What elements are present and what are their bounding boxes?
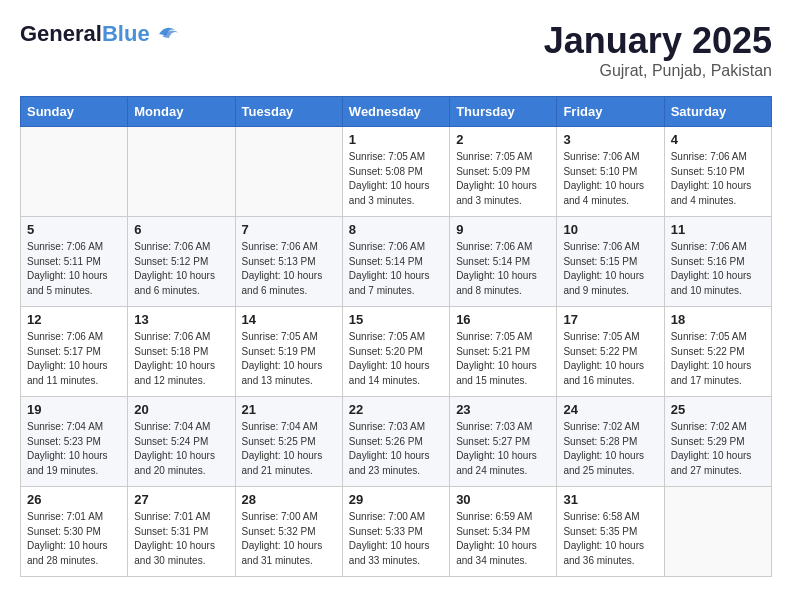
calendar-cell: 22Sunrise: 7:03 AMSunset: 5:26 PMDayligh… [342,397,449,487]
calendar-cell: 21Sunrise: 7:04 AMSunset: 5:25 PMDayligh… [235,397,342,487]
day-info: Sunrise: 7:06 AMSunset: 5:16 PMDaylight:… [671,240,765,298]
day-number: 24 [563,402,657,417]
day-info: Sunrise: 7:04 AMSunset: 5:24 PMDaylight:… [134,420,228,478]
day-info: Sunrise: 7:05 AMSunset: 5:22 PMDaylight:… [671,330,765,388]
calendar-week-2: 5Sunrise: 7:06 AMSunset: 5:11 PMDaylight… [21,217,772,307]
calendar-cell: 23Sunrise: 7:03 AMSunset: 5:27 PMDayligh… [450,397,557,487]
calendar-body: 1Sunrise: 7:05 AMSunset: 5:08 PMDaylight… [21,127,772,577]
calendar-cell: 11Sunrise: 7:06 AMSunset: 5:16 PMDayligh… [664,217,771,307]
day-number: 29 [349,492,443,507]
day-number: 28 [242,492,336,507]
day-info: Sunrise: 7:05 AMSunset: 5:08 PMDaylight:… [349,150,443,208]
calendar-cell: 4Sunrise: 7:06 AMSunset: 5:10 PMDaylight… [664,127,771,217]
day-number: 26 [27,492,121,507]
day-info: Sunrise: 7:05 AMSunset: 5:20 PMDaylight:… [349,330,443,388]
calendar-cell: 10Sunrise: 7:06 AMSunset: 5:15 PMDayligh… [557,217,664,307]
calendar-cell: 8Sunrise: 7:06 AMSunset: 5:14 PMDaylight… [342,217,449,307]
day-number: 15 [349,312,443,327]
calendar-cell: 3Sunrise: 7:06 AMSunset: 5:10 PMDaylight… [557,127,664,217]
calendar-cell: 17Sunrise: 7:05 AMSunset: 5:22 PMDayligh… [557,307,664,397]
logo: GeneralBlue [20,20,180,48]
day-number: 16 [456,312,550,327]
day-info: Sunrise: 7:01 AMSunset: 5:31 PMDaylight:… [134,510,228,568]
day-number: 19 [27,402,121,417]
day-info: Sunrise: 6:59 AMSunset: 5:34 PMDaylight:… [456,510,550,568]
header-monday: Monday [128,97,235,127]
day-number: 18 [671,312,765,327]
day-number: 10 [563,222,657,237]
day-info: Sunrise: 7:05 AMSunset: 5:19 PMDaylight:… [242,330,336,388]
day-number: 14 [242,312,336,327]
calendar-cell: 30Sunrise: 6:59 AMSunset: 5:34 PMDayligh… [450,487,557,577]
calendar-cell: 27Sunrise: 7:01 AMSunset: 5:31 PMDayligh… [128,487,235,577]
day-number: 9 [456,222,550,237]
calendar-week-3: 12Sunrise: 7:06 AMSunset: 5:17 PMDayligh… [21,307,772,397]
calendar-cell [128,127,235,217]
header-row: Sunday Monday Tuesday Wednesday Thursday… [21,97,772,127]
day-info: Sunrise: 7:00 AMSunset: 5:33 PMDaylight:… [349,510,443,568]
day-number: 4 [671,132,765,147]
page-header: GeneralBlue January 2025 Gujrat, Punjab,… [20,20,772,80]
day-info: Sunrise: 7:06 AMSunset: 5:14 PMDaylight:… [456,240,550,298]
day-number: 21 [242,402,336,417]
day-number: 6 [134,222,228,237]
day-number: 2 [456,132,550,147]
day-info: Sunrise: 7:05 AMSunset: 5:21 PMDaylight:… [456,330,550,388]
calendar-cell: 13Sunrise: 7:06 AMSunset: 5:18 PMDayligh… [128,307,235,397]
day-info: Sunrise: 7:06 AMSunset: 5:13 PMDaylight:… [242,240,336,298]
calendar-week-4: 19Sunrise: 7:04 AMSunset: 5:23 PMDayligh… [21,397,772,487]
calendar-table: Sunday Monday Tuesday Wednesday Thursday… [20,96,772,577]
day-info: Sunrise: 7:05 AMSunset: 5:22 PMDaylight:… [563,330,657,388]
calendar-cell: 18Sunrise: 7:05 AMSunset: 5:22 PMDayligh… [664,307,771,397]
day-info: Sunrise: 7:06 AMSunset: 5:11 PMDaylight:… [27,240,121,298]
day-info: Sunrise: 7:06 AMSunset: 5:10 PMDaylight:… [563,150,657,208]
logo-icon [152,20,180,48]
day-info: Sunrise: 7:02 AMSunset: 5:28 PMDaylight:… [563,420,657,478]
calendar-cell: 1Sunrise: 7:05 AMSunset: 5:08 PMDaylight… [342,127,449,217]
day-info: Sunrise: 7:01 AMSunset: 5:30 PMDaylight:… [27,510,121,568]
calendar-cell: 12Sunrise: 7:06 AMSunset: 5:17 PMDayligh… [21,307,128,397]
calendar-cell: 20Sunrise: 7:04 AMSunset: 5:24 PMDayligh… [128,397,235,487]
calendar-cell: 5Sunrise: 7:06 AMSunset: 5:11 PMDaylight… [21,217,128,307]
header-thursday: Thursday [450,97,557,127]
day-info: Sunrise: 7:00 AMSunset: 5:32 PMDaylight:… [242,510,336,568]
day-number: 1 [349,132,443,147]
header-tuesday: Tuesday [235,97,342,127]
day-number: 11 [671,222,765,237]
header-friday: Friday [557,97,664,127]
calendar-cell: 25Sunrise: 7:02 AMSunset: 5:29 PMDayligh… [664,397,771,487]
day-number: 27 [134,492,228,507]
calendar-subtitle: Gujrat, Punjab, Pakistan [544,62,772,80]
day-number: 17 [563,312,657,327]
title-block: January 2025 Gujrat, Punjab, Pakistan [544,20,772,80]
day-number: 30 [456,492,550,507]
day-number: 20 [134,402,228,417]
calendar-title: January 2025 [544,20,772,62]
day-info: Sunrise: 7:06 AMSunset: 5:15 PMDaylight:… [563,240,657,298]
calendar-cell: 31Sunrise: 6:58 AMSunset: 5:35 PMDayligh… [557,487,664,577]
calendar-week-5: 26Sunrise: 7:01 AMSunset: 5:30 PMDayligh… [21,487,772,577]
day-info: Sunrise: 7:03 AMSunset: 5:26 PMDaylight:… [349,420,443,478]
calendar-cell: 26Sunrise: 7:01 AMSunset: 5:30 PMDayligh… [21,487,128,577]
day-info: Sunrise: 7:06 AMSunset: 5:12 PMDaylight:… [134,240,228,298]
logo-text: GeneralBlue [20,22,150,46]
calendar-cell: 15Sunrise: 7:05 AMSunset: 5:20 PMDayligh… [342,307,449,397]
day-number: 22 [349,402,443,417]
day-info: Sunrise: 7:06 AMSunset: 5:10 PMDaylight:… [671,150,765,208]
day-number: 3 [563,132,657,147]
day-info: Sunrise: 7:02 AMSunset: 5:29 PMDaylight:… [671,420,765,478]
calendar-week-1: 1Sunrise: 7:05 AMSunset: 5:08 PMDaylight… [21,127,772,217]
calendar-cell: 7Sunrise: 7:06 AMSunset: 5:13 PMDaylight… [235,217,342,307]
calendar-cell [21,127,128,217]
day-info: Sunrise: 7:04 AMSunset: 5:25 PMDaylight:… [242,420,336,478]
day-number: 13 [134,312,228,327]
day-number: 25 [671,402,765,417]
calendar-cell [664,487,771,577]
calendar-cell: 6Sunrise: 7:06 AMSunset: 5:12 PMDaylight… [128,217,235,307]
calendar-cell: 29Sunrise: 7:00 AMSunset: 5:33 PMDayligh… [342,487,449,577]
day-info: Sunrise: 7:03 AMSunset: 5:27 PMDaylight:… [456,420,550,478]
day-info: Sunrise: 6:58 AMSunset: 5:35 PMDaylight:… [563,510,657,568]
day-info: Sunrise: 7:06 AMSunset: 5:14 PMDaylight:… [349,240,443,298]
calendar-cell: 16Sunrise: 7:05 AMSunset: 5:21 PMDayligh… [450,307,557,397]
header-saturday: Saturday [664,97,771,127]
